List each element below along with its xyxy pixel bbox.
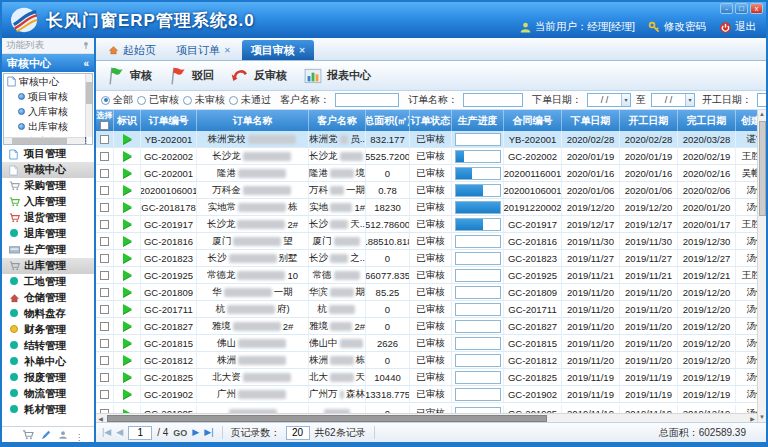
order-date-to-picker[interactable]: / /▾ <box>651 93 695 107</box>
sidebar-item-10[interactable]: 物料盘存 <box>2 306 94 322</box>
column-header-2[interactable]: 订单编号 <box>141 110 197 131</box>
column-header-12[interactable]: 创建人 <box>736 110 757 131</box>
table-row[interactable]: GC-201823长沙别墅长沙之..0已审核GC-2018232019/11/2… <box>96 250 757 267</box>
column-header-9[interactable]: 下单日期 <box>562 110 620 131</box>
tree-horizontal-scrollbar[interactable] <box>4 137 85 144</box>
tree-item-1[interactable]: 入库审核 <box>4 104 92 119</box>
sidebar-item-1[interactable]: 审核中心 <box>2 162 94 178</box>
column-header-3[interactable]: 订单名称 <box>197 110 309 131</box>
table-row[interactable]: GC-201711杭府)杭0已审核GC-2017112019/11/202019… <box>96 301 757 318</box>
table-row[interactable]: 20200106001万科金万科一期0.78已审核202001060012020… <box>96 182 757 199</box>
logout-button[interactable]: 退出 <box>719 20 756 34</box>
cart-icon[interactable] <box>22 426 34 444</box>
scroll-right-icon[interactable]: ▶ <box>748 415 757 422</box>
column-header-5[interactable]: 总面积(㎡) <box>366 110 410 131</box>
report-center-button[interactable]: 报表中心 <box>303 66 371 86</box>
page-size-input[interactable] <box>286 426 310 440</box>
table-row[interactable]: GC-201815佛山佛山中2626已审核GC-2018152019/11/20… <box>96 335 757 352</box>
next-page-button[interactable]: ▶ <box>192 428 199 437</box>
select-all-checkbox[interactable] <box>100 121 109 130</box>
column-header-0[interactable]: 选择 <box>96 110 114 131</box>
column-header-7[interactable]: 生产进度 <box>452 110 504 131</box>
sidebar-item-5[interactable]: 退库管理 <box>2 226 94 242</box>
sidebar-item-0[interactable]: 项目管理 <box>2 146 94 162</box>
tree-root-audit-center[interactable]: 审核中心 <box>4 74 92 89</box>
table-row[interactable]: GC-201917长沙龙2#长沙天..8512.78600..已审核GC-201… <box>96 216 757 233</box>
table-row[interactable]: YB-202001株洲党校株洲党员..832.177已审核YB-20200120… <box>96 131 757 148</box>
table-row[interactable]: GC-201925常德龙10常德266077.835..已审核GC-201925… <box>96 267 757 284</box>
pin-icon[interactable] <box>82 41 90 50</box>
table-row[interactable]: GC-201812株洲株洲栋0已审核GC-2018122019/11/20201… <box>96 352 757 369</box>
horizontal-scroll-thumb[interactable] <box>107 415 547 422</box>
close-tab-icon[interactable]: ✕ <box>299 46 306 55</box>
column-header-10[interactable]: 开工日期 <box>620 110 678 131</box>
sidebar-item-14[interactable]: 报废管理 <box>2 370 94 386</box>
row-checkbox[interactable] <box>100 356 109 365</box>
radio-audited[interactable]: 已审核 <box>137 93 179 107</box>
column-header-6[interactable]: 订单状态 <box>410 110 452 131</box>
status-icon[interactable] <box>13 426 15 444</box>
row-checkbox[interactable] <box>100 322 109 331</box>
page-number-input[interactable] <box>128 426 152 440</box>
order-name-input[interactable] <box>463 93 523 107</box>
sidebar-item-13[interactable]: 补单中心 <box>2 354 94 370</box>
reject-button[interactable]: 驳回 <box>168 66 214 86</box>
tree-item-0[interactable]: 项目审核 <box>4 89 92 104</box>
tree-item-2[interactable]: 出库审核 <box>4 119 92 134</box>
table-row[interactable]: GC-201827雅境2#雅境2#0已审核GC-2018272019/11/20… <box>96 318 757 335</box>
row-checkbox[interactable] <box>100 390 109 399</box>
minimize-button[interactable]: - <box>720 3 733 14</box>
sidebar-item-15[interactable]: 物流管理 <box>2 386 94 402</box>
sidebar-item-16[interactable]: 耗材管理 <box>2 402 94 418</box>
sidebar-item-7[interactable]: 出库管理 <box>2 258 94 274</box>
row-checkbox[interactable] <box>100 135 109 144</box>
row-checkbox[interactable] <box>100 305 109 314</box>
row-checkbox[interactable] <box>100 169 109 178</box>
sidebar-item-8[interactable]: 工地管理 <box>2 274 94 290</box>
customer-name-input[interactable] <box>335 93 399 107</box>
column-header-8[interactable]: 合同编号 <box>504 110 562 131</box>
column-header-4[interactable]: 客户名称 <box>309 110 366 131</box>
table-row[interactable]: GC-201902广州广州万森林13318.775已审核GC-201902201… <box>96 386 757 403</box>
unaudit-button[interactable]: 反审核 <box>230 66 287 86</box>
table-row[interactable]: GC-202002长沙龙长沙龙65525.7200..已审核GC-2020022… <box>96 148 757 165</box>
row-checkbox[interactable] <box>100 237 109 246</box>
chevron-left-double-icon[interactable]: « <box>83 58 89 69</box>
maximize-button[interactable]: □ <box>735 3 748 14</box>
first-page-button[interactable]: |◀ <box>102 428 111 437</box>
row-checkbox[interactable] <box>100 203 109 212</box>
user-icon[interactable] <box>58 426 68 444</box>
start-date-picker[interactable]: / /▾ <box>757 93 766 107</box>
close-tab-icon[interactable]: ✕ <box>224 46 231 55</box>
last-page-button[interactable]: ▶| <box>204 428 213 437</box>
row-checkbox[interactable] <box>100 373 109 382</box>
table-row[interactable]: GC-2018178实地常栋实地1#18230已审核20191220002201… <box>96 199 757 216</box>
go-button[interactable]: GO <box>173 428 187 438</box>
table-row[interactable]: GC-2019050已审核GC-2019052019/11/192019/11/… <box>96 403 757 413</box>
row-checkbox[interactable] <box>100 271 109 280</box>
prev-page-button[interactable]: ◀ <box>116 428 123 437</box>
scroll-down-icon[interactable]: ▼ <box>759 413 765 422</box>
sidebar-item-4[interactable]: 退货管理 <box>2 210 94 226</box>
radio-unaudited[interactable]: 未审核 <box>183 93 225 107</box>
sidebar-item-2[interactable]: 采购管理 <box>2 178 94 194</box>
sidebar-item-12[interactable]: 结转管理 <box>2 338 94 354</box>
tab-project-orders[interactable]: 项目订单✕ <box>167 40 240 60</box>
edit-icon[interactable] <box>41 426 51 444</box>
row-checkbox[interactable] <box>100 152 109 161</box>
table-row[interactable]: GC-201816厦门望厦门188510.818已审核GC-2018162019… <box>96 233 757 250</box>
sidebar-item-9[interactable]: 仓储管理 <box>2 290 94 306</box>
close-button[interactable]: x <box>750 3 763 14</box>
radio-rejected[interactable]: 未通过 <box>229 93 271 107</box>
row-checkbox[interactable] <box>100 254 109 263</box>
sidebar-item-6[interactable]: 生产管理 <box>2 242 94 258</box>
column-header-11[interactable]: 完工日期 <box>678 110 736 131</box>
horizontal-scrollbar[interactable]: ◀ ▶ <box>96 413 757 422</box>
table-row[interactable]: GC-201809华一期华滨期85.25已审核GC-2018092019/11/… <box>96 284 757 301</box>
row-checkbox[interactable] <box>100 288 109 297</box>
row-checkbox[interactable] <box>100 339 109 348</box>
scroll-up-icon[interactable]: ▲ <box>759 110 765 119</box>
sidebar-item-11[interactable]: 财务管理 <box>2 322 94 338</box>
scroll-left-icon[interactable]: ◀ <box>96 415 105 422</box>
vertical-scrollbar[interactable]: ▲ ▼ <box>757 110 766 422</box>
